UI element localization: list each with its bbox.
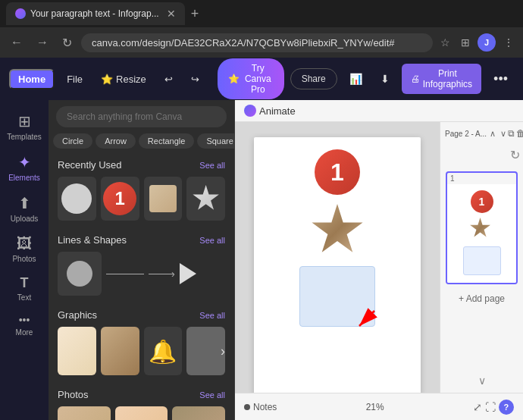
active-tab[interactable]: Your paragraph text - Infograp... ✕ [6,2,185,25]
back-button[interactable]: ← [6,33,27,52]
print-infographics-button[interactable]: 🖨 Print Infographics [402,64,481,94]
main-canvas[interactable]: 1 [235,122,440,393]
resize-button[interactable]: ⭐ Resize [95,71,152,88]
download-button[interactable]: ⬇ [374,68,396,89]
file-button[interactable]: File [61,71,89,88]
app-toolbar: Home File ⭐ Resize ↩ ↪ ⭐ Try Canva Pro S… [0,58,523,100]
try-canva-pro-button[interactable]: ⭐ Try Canva Pro [218,58,284,99]
fullscreen-button[interactable]: ⛶ [485,401,496,413]
bottom-bar: Notes 21% ⤢ ⛶ ? [235,393,523,420]
graphics-see-all[interactable]: See all [199,311,225,320]
ls-item-triangle[interactable] [180,263,196,284]
lines-shapes-see-all[interactable]: See all [199,236,225,245]
profile-avatar[interactable]: J [478,33,496,52]
line-shape [106,274,144,274]
photos-icon: 🖼 [17,235,32,252]
ls-item-line[interactable] [106,274,144,274]
photo-item-3[interactable] [172,406,225,420]
redo-button[interactable]: ↪ [185,71,205,88]
ru-item-flower[interactable] [144,177,183,221]
bookmark-button[interactable]: ☆ [437,33,453,52]
photos-see-all[interactable]: See all [199,390,225,400]
extensions-button[interactable]: ⊞ [458,33,473,52]
svg-line-1 [359,311,374,326]
fit-screen-button[interactable]: ⤢ [473,401,482,413]
search-input[interactable] [56,106,227,127]
more-label: More [16,328,33,337]
tab-title: Your paragraph text - Infograp... [30,8,159,19]
photo-item-1[interactable] [58,406,111,420]
recently-used-grid: 1 [58,177,225,221]
bottom-actions: ⤢ ⛶ ? [473,400,514,415]
filter-rectangle[interactable]: Rectangle [139,133,195,149]
triangle-shape [180,263,196,284]
graphic-item-1[interactable] [58,327,96,375]
page-prev-button[interactable]: ∧ [488,129,497,139]
refresh-canvas-button[interactable]: ↻ [510,148,520,162]
graphics-more-button[interactable]: › [221,343,225,359]
forward-button[interactable]: → [32,33,53,52]
graphic-dark [186,327,225,375]
browser-menu-button[interactable]: ⋮ [500,33,517,52]
photo-item-2[interactable] [115,406,168,420]
ru-item-circle[interactable] [58,177,96,221]
graphic-item-2[interactable] [101,327,139,375]
recently-used-see-all[interactable]: See all [199,161,225,170]
page-number: 1 [450,174,455,183]
more-options-button[interactable]: ••• [487,67,514,92]
add-page-button[interactable]: + Add page [456,290,508,307]
sidebar-item-uploads[interactable]: ⬆ Uploads [0,188,49,229]
page-nav: Page 2 - A... ∧ ∨ [445,129,508,139]
star-resize-icon: ⭐ [101,74,113,85]
duplicate-page-button[interactable]: ⧉ [508,128,515,139]
canvas-number-badge: 1 [315,149,360,195]
filter-arrow[interactable]: Arrow [96,133,136,149]
lines-shapes-header: Lines & Shapes See all [58,234,225,246]
icon-rail: ⊞ Templates ✦ Elements ⬆ Uploads 🖼 Photo… [0,100,49,420]
canvas-area: Animate 1 [235,100,523,420]
sidebar-item-photos[interactable]: 🖼 Photos [0,229,49,269]
canvas-box[interactable] [299,266,375,327]
page-thumbnail[interactable]: 1 1 [446,171,518,284]
help-button[interactable]: ? [499,400,514,415]
graphic-texture [101,327,139,375]
page-thumb-content: 1 [447,184,516,283]
tab-close-btn[interactable]: ✕ [167,8,176,20]
animate-button[interactable]: Animate [244,105,296,117]
page-actions: ⧉ 🗑 ↗ [508,128,523,139]
red-arrow-icon [352,303,382,334]
ru-item-badge[interactable]: 1 [101,177,139,221]
zoom-indicator: 21% [366,402,384,412]
ls-item-circle[interactable] [58,252,102,296]
filter-square[interactable]: Square [197,133,234,149]
sidebar-item-templates[interactable]: ⊞ Templates [0,106,49,147]
page-label: Page 2 - A... [445,130,487,138]
graphic-item-bell[interactable]: 🔔 [144,327,183,375]
filter-circle[interactable]: Circle [53,133,92,149]
sidebar-item-more[interactable]: ••• More [0,308,49,343]
ls-item-arrow[interactable]: › [149,268,175,280]
new-tab-button[interactable]: + [188,6,202,22]
reload-button[interactable]: ↻ [58,33,77,53]
filter-tags-row: Circle Arrow Rectangle Square › [49,133,234,155]
analytics-button[interactable]: 📊 [343,68,368,89]
notes-button[interactable]: Notes [244,402,277,412]
page-next-button[interactable]: ∨ [499,129,508,139]
recently-used-header: Recently Used See all [58,159,225,171]
ru-item-star[interactable] [186,177,225,221]
photos-section: Photos See all [49,384,234,420]
undo-button[interactable]: ↩ [158,71,179,88]
sidebar-item-text[interactable]: T Text [0,269,49,308]
address-bar[interactable] [81,33,433,52]
arrow-shape: › [149,268,175,280]
graphics-title: Graphics [58,309,97,321]
chevron-down-icon[interactable]: ∨ [478,375,486,387]
share-button[interactable]: Share [290,68,337,89]
graphic-item-dark[interactable]: › [186,327,225,375]
delete-page-button[interactable]: 🗑 [516,128,523,139]
sidebar-item-elements[interactable]: ✦ Elements [0,147,49,188]
page-thumb-header: 1 [447,173,516,184]
home-button[interactable]: Home [9,69,55,89]
photo-tan [58,406,111,420]
star-icon: ⭐ [228,74,240,84]
